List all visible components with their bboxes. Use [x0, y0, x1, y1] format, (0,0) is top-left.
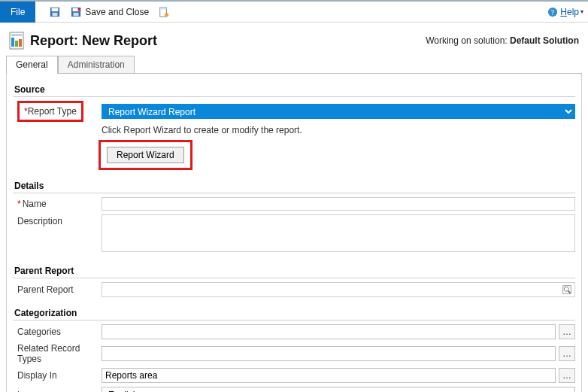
svg-rect-17: [19, 39, 22, 47]
section-source: Source: [13, 81, 575, 97]
save-and-close-button[interactable]: Save and Close: [67, 5, 152, 20]
svg-rect-16: [15, 41, 18, 47]
related-record-types-label: Related Record Types: [17, 343, 102, 364]
save-close-icon: [70, 6, 82, 18]
highlight-report-type-label: *Report Type: [17, 101, 83, 122]
ellipsis-icon: …: [562, 370, 571, 381]
save-icon: [49, 6, 61, 18]
report-type-hint: Click Report Wizard to create or modify …: [102, 125, 575, 135]
report-wizard-button-label: Report Wizard: [117, 150, 174, 160]
tab-general[interactable]: General: [6, 56, 58, 73]
report-type-label: Report Type: [28, 106, 77, 117]
svg-rect-14: [11, 34, 22, 36]
report-entity-icon: [9, 32, 24, 50]
svg-point-10: [165, 12, 168, 16]
display-in-picker-button[interactable]: …: [559, 368, 575, 383]
name-input[interactable]: [102, 197, 575, 211]
tab-general-label: General: [16, 59, 48, 70]
display-in-label: Display In: [17, 370, 57, 381]
solution-context: Working on solution: Default Solution: [426, 35, 579, 46]
parent-report-label: Parent Report: [17, 284, 74, 295]
ellipsis-icon: …: [562, 327, 571, 337]
section-details: Details: [13, 178, 575, 193]
svg-line-20: [568, 291, 571, 293]
svg-point-19: [564, 287, 568, 291]
svg-text:?: ?: [551, 8, 554, 16]
svg-rect-5: [74, 12, 79, 15]
command-bar: File Save and Close ? Help ▾: [0, 2, 588, 23]
categories-input[interactable]: [102, 324, 556, 339]
related-record-types-picker-button[interactable]: …: [559, 346, 575, 361]
save-button[interactable]: [46, 5, 64, 20]
svg-rect-15: [11, 38, 14, 47]
report-wizard-button[interactable]: Report Wizard: [107, 147, 184, 163]
actions-button[interactable]: [155, 5, 173, 20]
save-close-label: Save and Close: [85, 7, 149, 17]
report-type-select[interactable]: Report Wizard Report: [102, 104, 575, 119]
ellipsis-icon: …: [562, 348, 571, 359]
chevron-down-icon: ▾: [580, 8, 583, 15]
form-body: Source *Report Type Report Wizard Report…: [6, 74, 582, 392]
categories-label: Categories: [17, 327, 61, 337]
header: Report: New Report Working on solution: …: [0, 23, 588, 56]
page-title: Report: New Report: [30, 33, 157, 49]
lookup-icon: [561, 284, 573, 296]
tab-administration-label: Administration: [68, 59, 125, 70]
languages-select[interactable]: English: [102, 387, 575, 392]
file-menu-button[interactable]: File: [0, 2, 35, 23]
help-menu[interactable]: ? Help ▾: [547, 6, 583, 18]
categories-picker-button[interactable]: …: [559, 324, 575, 339]
name-label: Name: [23, 199, 47, 209]
display-in-input[interactable]: [102, 368, 556, 383]
section-categorization: Categorization: [13, 305, 575, 321]
tab-strip: General Administration: [6, 56, 582, 73]
page-icon: [158, 6, 170, 18]
parent-report-lookup[interactable]: [102, 282, 575, 297]
required-indicator: *: [17, 199, 21, 209]
related-record-types-input[interactable]: [102, 346, 556, 361]
help-icon: ?: [547, 6, 559, 18]
file-menu-label: File: [11, 7, 25, 17]
svg-rect-2: [53, 12, 58, 15]
description-input[interactable]: [102, 214, 575, 252]
tab-administration[interactable]: Administration: [58, 56, 135, 73]
section-parent-report: Parent Report: [13, 263, 575, 278]
svg-rect-9: [160, 7, 167, 9]
description-label: Description: [17, 216, 62, 226]
svg-rect-1: [52, 8, 59, 11]
highlight-report-wizard-button: Report Wizard: [99, 140, 192, 170]
help-label: Help: [560, 7, 579, 17]
